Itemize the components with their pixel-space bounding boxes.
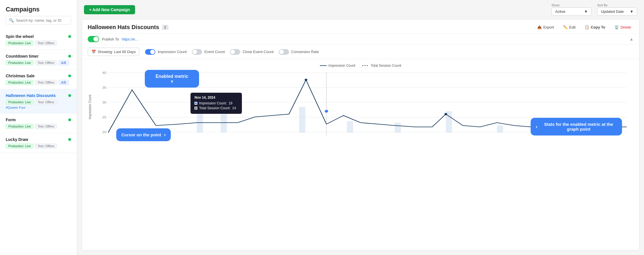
export-label: Export <box>543 25 554 29</box>
legend-line-impression <box>320 65 327 66</box>
chart-container: Impression Count 40 35 30 25 20 <box>88 70 633 144</box>
status-dot <box>68 138 71 141</box>
metric-toggle-item: Event Count <box>192 49 225 55</box>
campaign-name: Form <box>6 118 16 122</box>
metric-label: Impression Count <box>158 50 187 54</box>
metrics-bar: 📅 Showing: Last 60 Days Impression Count… <box>82 45 639 59</box>
export-button[interactable]: 📤 Export <box>535 24 556 31</box>
search-input[interactable] <box>16 18 68 23</box>
legend-impression-count: Impression Count <box>320 64 355 68</box>
enabled-metric-callout: Enabled metric ∨ <box>145 70 199 88</box>
detail-actions: 📤 Export ✏️ Edit 📋 Copy To 🗑️ Delete <box>535 24 633 31</box>
svg-rect-12 <box>299 107 305 133</box>
campaign-name: Spin the wheel <box>6 34 34 39</box>
campaign-item-header: Form <box>6 118 71 122</box>
svg-rect-14 <box>395 123 401 133</box>
campaign-item-header: Lucky Draw <box>6 137 71 142</box>
campaign-subtag: #Quarter Four <box>6 106 71 109</box>
campaign-tags: Production: LiveTest: OfflineA/B <box>6 60 71 65</box>
cursor-callout-text: Cursor on the point <box>121 132 161 137</box>
campaign-name: Christmas Sale <box>6 74 35 78</box>
metric-toggle-item: Conversion Rate <box>279 49 319 55</box>
tooltip-impression-dot <box>194 102 197 105</box>
cursor-arrow-icon: › <box>164 132 166 138</box>
campaign-list-item[interactable]: Lucky Draw Production: LiveTest: Offline <box>0 133 77 153</box>
show-filter: Show: Active ▼ <box>551 3 591 16</box>
campaign-item-header: Countdown timer <box>6 54 71 58</box>
toggle-knob <box>150 50 155 54</box>
status-dot <box>68 94 71 97</box>
campaign-tag: A/B <box>59 80 69 85</box>
stats-arrow-icon: ‹ <box>536 124 537 130</box>
campaign-tags: Production: LiveTest: Offline <box>6 124 71 129</box>
show-chevron-icon: ▼ <box>584 9 588 14</box>
metric-label: Conversion Rate <box>291 50 319 54</box>
main-content: + Add New Campaign Show: Active ▼ Sort B… <box>77 0 644 255</box>
publish-bar: Publish To https://e... ▲ <box>82 34 639 45</box>
tooltip-impression-value: 19 <box>228 101 232 105</box>
svg-text:40: 40 <box>102 71 107 75</box>
campaign-item-header: Spin the wheel <box>6 34 71 39</box>
svg-rect-16 <box>497 126 503 133</box>
campaign-tag: Test: Offline <box>35 100 57 105</box>
campaign-tag: Production: Live <box>6 80 33 85</box>
campaign-list-item[interactable]: Countdown timer Production: LiveTest: Of… <box>0 50 77 70</box>
top-bar: + Add New Campaign Show: Active ▼ Sort B… <box>77 0 644 19</box>
campaign-tag: Production: Live <box>6 60 33 65</box>
delete-button[interactable]: 🗑️ Delete <box>612 24 633 31</box>
copy-to-button[interactable]: 📋 Copy To <box>582 24 607 31</box>
campaign-tag: Production: Live <box>6 124 33 129</box>
status-dot <box>68 74 71 77</box>
cursor-callout: Cursor on the point › <box>116 128 171 141</box>
publish-text: Publish To https://e... <box>102 37 138 41</box>
chart-area: Impression Count Total Session Count Imp… <box>82 59 639 250</box>
metric-toggle-item: Impression Count <box>145 49 187 55</box>
campaign-list-item[interactable]: Form Production: LiveTest: Offline <box>0 114 77 133</box>
detail-title-row: Halloween Hats Discounts 2 <box>88 24 168 31</box>
campaign-tag: A/B <box>59 60 69 65</box>
sidebar-title: Campaigns <box>6 6 71 13</box>
publish-link[interactable]: https://e... <box>122 37 138 41</box>
show-select[interactable]: Active ▼ <box>551 7 591 16</box>
publish-toggle[interactable] <box>88 36 99 42</box>
sortby-select[interactable]: Updated Date ▼ <box>597 7 637 16</box>
metric-toggle-switch[interactable] <box>145 49 155 55</box>
metric-toggle-switch[interactable] <box>230 49 240 55</box>
toggle-knob <box>230 50 235 54</box>
metric-toggle-switch[interactable] <box>192 49 202 55</box>
detail-header: Halloween Hats Discounts 2 📤 Export ✏️ E… <box>82 19 639 34</box>
campaign-name: Halloween Hats Discounts <box>6 93 56 98</box>
sortby-chevron-icon: ▼ <box>630 9 633 14</box>
metric-toggle-item: Close Event Count <box>230 49 273 55</box>
campaign-name: Countdown timer <box>6 54 39 58</box>
tooltip-impression-row: Impression Count: 19 <box>194 101 238 105</box>
detail-badge: 2 <box>162 25 168 30</box>
y-axis-label: Impression Count <box>88 94 92 119</box>
search-icon: 🔍 <box>9 18 14 23</box>
date-range-button[interactable]: 📅 Showing: Last 60 Days <box>88 48 139 56</box>
campaign-tags: Production: LiveTest: Offline <box>6 143 71 149</box>
collapse-icon[interactable]: ▲ <box>629 37 633 41</box>
svg-text:35: 35 <box>102 86 107 90</box>
legend-total-session: Total Session Count <box>362 64 401 68</box>
status-dot <box>68 118 71 121</box>
legend-line-session <box>362 65 369 66</box>
toggle-knob <box>192 50 197 54</box>
campaign-list-item[interactable]: Christmas Sale Production: LiveTest: Off… <box>0 70 77 89</box>
campaign-list-item[interactable]: Halloween Hats Discounts Production: Liv… <box>0 89 77 114</box>
svg-text:30: 30 <box>102 101 107 104</box>
copy-icon: 📋 <box>585 25 589 29</box>
metric-toggles: Impression Count Event Count Close Event… <box>145 49 319 55</box>
toggle-knob <box>279 50 284 54</box>
svg-point-20 <box>444 113 447 115</box>
edit-button[interactable]: ✏️ Edit <box>561 24 578 31</box>
campaign-item-header: Christmas Sale <box>6 74 71 78</box>
legend-impression-label: Impression Count <box>328 64 355 68</box>
tooltip-date: Nov 14, 2024 <box>194 96 238 100</box>
campaign-tag: Test: Offline <box>35 41 57 46</box>
sidebar: Campaigns 🔍 Spin the wheel Production: L… <box>0 0 77 255</box>
campaign-list-item[interactable]: Spin the wheel Production: LiveTest: Off… <box>0 30 77 50</box>
add-campaign-button[interactable]: + Add New Campaign <box>84 5 135 14</box>
chart-tooltip: Nov 14, 2024 Impression Count: 19 Total … <box>190 93 242 114</box>
metric-toggle-switch[interactable] <box>279 49 289 55</box>
